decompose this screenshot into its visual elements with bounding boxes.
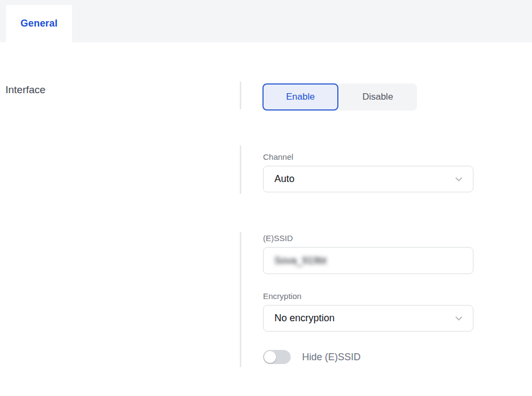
general-settings-page: General Interface Enable Disable Channel…	[0, 0, 532, 396]
encryption-select[interactable]: No encryption	[263, 305, 473, 332]
section-divider-channel	[240, 145, 241, 194]
toggle-knob	[264, 351, 276, 363]
tab-general[interactable]: General	[6, 5, 72, 42]
section-divider-ssid	[240, 232, 241, 367]
channel-label: Channel	[263, 152, 293, 161]
essid-value-redacted: Sova_919bt	[264, 255, 326, 267]
interface-row-label: Interface	[5, 84, 46, 96]
section-divider-interface	[240, 81, 241, 109]
essid-label: (E)SSID	[263, 233, 293, 243]
hide-essid-row: Hide (E)SSID	[263, 350, 361, 364]
tab-general-label: General	[21, 18, 57, 29]
hide-essid-toggle[interactable]	[263, 350, 291, 364]
tab-bar: General	[0, 0, 532, 42]
essid-input[interactable]: Sova_919bt	[263, 247, 473, 274]
chevron-down-icon	[454, 174, 464, 184]
hide-essid-label: Hide (E)SSID	[302, 352, 361, 363]
enable-button[interactable]: Enable	[262, 83, 338, 111]
disable-button[interactable]: Disable	[338, 83, 417, 111]
disable-button-label: Disable	[362, 92, 393, 102]
encryption-selected-value: No encryption	[264, 313, 335, 324]
chevron-down-icon	[454, 314, 464, 323]
encryption-label: Encryption	[263, 291, 302, 301]
enable-button-label: Enable	[286, 92, 315, 102]
interface-enable-switch: Enable Disable	[262, 83, 417, 111]
channel-selected-value: Auto	[264, 173, 294, 185]
channel-select[interactable]: Auto	[263, 166, 473, 192]
